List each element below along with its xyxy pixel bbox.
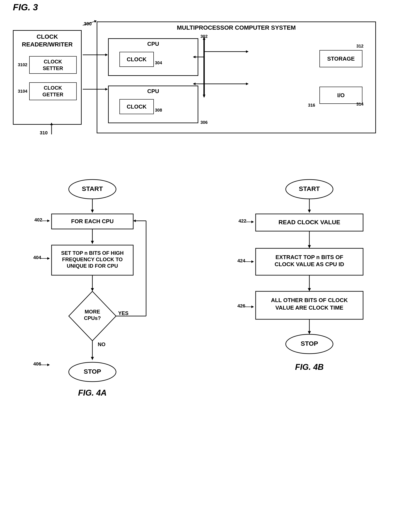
ref-302: 302 — [200, 34, 208, 39]
clock-setter-box: CLOCKSETTER — [29, 56, 77, 74]
svg-text:FIG. 4A: FIG. 4A — [78, 388, 106, 397]
svg-marker-52 — [47, 363, 50, 366]
svg-marker-59 — [308, 210, 311, 213]
svg-marker-22 — [91, 210, 94, 213]
svg-marker-1 — [50, 123, 53, 125]
svg-text:NO: NO — [98, 341, 105, 347]
fig4b-svg: START 422 READ CLOCK VALUE 424 EXTRACT T… — [225, 176, 402, 473]
svg-text:FOR EACH CPU: FOR EACH CPU — [71, 218, 114, 224]
mps-title: MULTIPROCESSOR COMPUTER SYSTEM — [97, 22, 375, 33]
fig4b-container: START 422 READ CLOCK VALUE 424 EXTRACT T… — [225, 176, 402, 474]
svg-text:FIG. 4B: FIG. 4B — [295, 362, 323, 371]
svg-marker-29 — [91, 241, 94, 244]
svg-text:ALL OTHER BITS OF CLOCK: ALL OTHER BITS OF CLOCK — [271, 297, 348, 303]
svg-marker-82 — [308, 331, 311, 334]
ref-3102: 3102 — [18, 62, 28, 67]
svg-text:MORE: MORE — [85, 309, 100, 315]
svg-marker-77 — [251, 306, 254, 308]
svg-marker-25 — [47, 220, 50, 222]
storage-box: STORAGE — [319, 50, 362, 67]
io-box: I/O — [319, 87, 362, 104]
clock-bottom-box: CLOCK — [120, 99, 154, 114]
clock-top-box: CLOCK — [120, 52, 154, 67]
svg-text:START: START — [82, 185, 103, 192]
svg-marker-32 — [47, 257, 50, 260]
svg-text:CPUs?: CPUs? — [84, 315, 101, 321]
crw-title: CLOCKREADER/WRITER — [14, 31, 81, 51]
svg-marker-66 — [308, 245, 311, 248]
svg-text:EXTRACT TOP n BITS OF: EXTRACT TOP n BITS OF — [275, 254, 343, 260]
ref-3104: 3104 — [18, 89, 28, 94]
svg-text:CLOCK VALUE AS CPU ID: CLOCK VALUE AS CPU ID — [275, 261, 344, 268]
svg-text:426: 426 — [237, 303, 245, 308]
ref-306: 306 — [200, 120, 208, 125]
cpu-bottom-title: CPU — [109, 86, 198, 96]
svg-text:424: 424 — [237, 258, 245, 263]
svg-text:UNIQUE ID FOR CPU: UNIQUE ID FOR CPU — [67, 263, 118, 269]
svg-marker-38 — [91, 288, 94, 291]
svg-text:422: 422 — [239, 218, 247, 223]
ref-314: 314 — [356, 102, 363, 107]
svg-text:406: 406 — [33, 361, 41, 367]
svg-marker-74 — [308, 288, 311, 291]
cpu-top-title: CPU — [109, 39, 198, 49]
svg-text:FREQUENCY CLOCK TO: FREQUENCY CLOCK TO — [62, 256, 123, 262]
arrow-300 — [82, 19, 99, 28]
svg-text:YES: YES — [118, 310, 128, 316]
fig3-title: FIG. 3 — [13, 2, 38, 12]
svg-marker-46 — [133, 220, 136, 222]
clock-getter-box: CLOCKGETTER — [29, 82, 77, 100]
fig4a-container: START 402 FOR EACH CPU 404 SET TOP n BIT… — [22, 176, 172, 474]
mps-box: MULTIPROCESSOR COMPUTER SYSTEM CPU CLOCK… — [97, 22, 376, 133]
svg-text:SET TOP n BITS OF HIGH: SET TOP n BITS OF HIGH — [61, 250, 124, 256]
svg-text:READ CLOCK VALUE: READ CLOCK VALUE — [278, 219, 340, 225]
svg-text:STOP: STOP — [300, 340, 318, 347]
svg-text:402: 402 — [34, 217, 42, 223]
ref-312: 312 — [356, 44, 363, 49]
ref-308: 308 — [155, 108, 162, 113]
svg-text:404: 404 — [33, 255, 41, 260]
svg-line-2 — [83, 21, 96, 25]
cpu-bottom-box: CPU CLOCK 308 — [108, 85, 198, 123]
ref-310: 310 — [40, 130, 48, 136]
svg-marker-69 — [251, 260, 254, 263]
crw-box: CLOCKREADER/WRITER 3102 CLOCKSETTER 3104… — [13, 30, 82, 125]
svg-marker-62 — [251, 221, 254, 223]
arrow-310-up — [47, 123, 56, 135]
svg-text:STOP: STOP — [83, 368, 101, 375]
cpu-top-box: CPU CLOCK 304 — [108, 38, 198, 76]
ref-304: 304 — [155, 61, 162, 65]
svg-marker-49 — [91, 357, 94, 360]
svg-text:START: START — [299, 185, 320, 192]
svg-text:VALUE ARE CLOCK TIME: VALUE ARE CLOCK TIME — [275, 304, 343, 311]
ref-316: 316 — [308, 103, 315, 108]
fig4a-svg: START 402 FOR EACH CPU 404 SET TOP n BIT… — [22, 176, 172, 473]
